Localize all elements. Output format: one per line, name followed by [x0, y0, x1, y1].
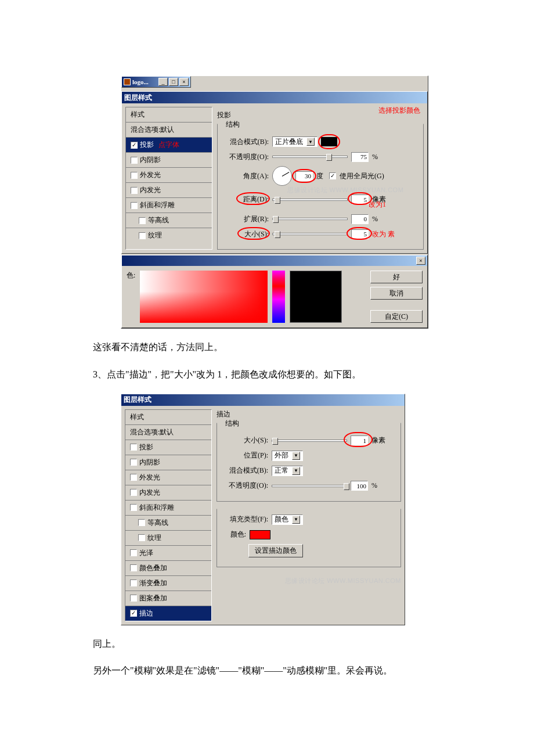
- global-light-label: 使用全局光(G): [340, 171, 384, 181]
- dialog-title: 图层样式: [124, 395, 151, 405]
- checkbox-icon[interactable]: [131, 157, 138, 164]
- annotation-click-font: 点字体: [158, 140, 179, 150]
- position-dropdown[interactable]: 外部▼: [272, 451, 303, 461]
- style-row-bevel[interactable]: 斜面和浮雕: [126, 198, 212, 213]
- blend-mode-dropdown[interactable]: 正片叠底▼: [272, 136, 317, 147]
- spread-unit: %: [372, 215, 378, 224]
- checkbox-icon[interactable]: [130, 504, 137, 511]
- doc-title: logo...: [132, 78, 149, 85]
- style-row-pattern-overlay[interactable]: 图案叠加: [125, 591, 211, 606]
- checkbox-icon[interactable]: [131, 172, 138, 179]
- style-row-blend-options[interactable]: 混合选项:默认: [126, 123, 212, 138]
- opacity-input[interactable]: 75: [351, 152, 369, 162]
- minimize-button[interactable]: _: [158, 78, 168, 86]
- style-row-inner-shadow[interactable]: 内阴影: [125, 455, 211, 470]
- checkbox-icon[interactable]: [130, 595, 137, 602]
- style-row-texture[interactable]: 纹理: [125, 531, 211, 546]
- annotation-change-to-1: 改为1: [369, 200, 386, 210]
- style-row-inner-glow[interactable]: 内发光: [126, 183, 212, 198]
- spread-slider[interactable]: [272, 218, 348, 220]
- opacity-label: 不透明度(O):: [223, 152, 269, 162]
- color-label: 颜色:: [223, 530, 246, 539]
- color-field[interactable]: [140, 271, 268, 323]
- opacity-slider[interactable]: [272, 485, 347, 487]
- shadow-color-swatch[interactable]: [321, 137, 337, 146]
- checkbox-icon[interactable]: [131, 142, 138, 149]
- checkbox-icon[interactable]: [139, 232, 146, 239]
- style-row-inner-glow[interactable]: 内发光: [125, 485, 211, 501]
- style-row-color-overlay[interactable]: 颜色叠加: [125, 561, 211, 576]
- cancel-button[interactable]: 取消: [370, 287, 423, 300]
- row-position: 位置(P): 外部▼: [223, 450, 395, 462]
- distance-label: 距离(D):: [223, 195, 269, 204]
- checkbox-icon[interactable]: [130, 610, 137, 617]
- size-slider[interactable]: [272, 233, 348, 235]
- annotation-circle-icon: [236, 192, 270, 205]
- hue-slider[interactable]: [272, 271, 285, 323]
- angle-label: 角度(A):: [223, 171, 269, 181]
- color-picker-dialog: × 色: 好 取消 自定(C): [121, 255, 428, 328]
- style-row-contour[interactable]: 等高线: [126, 213, 212, 228]
- fill-type-dropdown[interactable]: 颜色▼: [272, 514, 303, 525]
- checkbox-icon[interactable]: [131, 202, 138, 209]
- checkbox-icon[interactable]: [130, 489, 137, 496]
- set-stroke-color-button[interactable]: 设置描边颜色: [248, 544, 303, 557]
- row-distance: 距离(D): 思缘设计论坛 WWW.MISSYUAN.COM 5 像素: [223, 189, 417, 210]
- dialog-title: 图层样式: [124, 93, 152, 103]
- checkbox-icon[interactable]: [138, 534, 145, 541]
- chevron-down-icon: ▼: [292, 467, 300, 475]
- article-para-2: 3、点击"描边"，把"大小"改为 1，把颜色改成你想要的。如下图。: [93, 366, 441, 383]
- close-button[interactable]: ×: [416, 257, 425, 265]
- opacity-unit: %: [372, 153, 378, 161]
- checkbox-icon[interactable]: [131, 187, 138, 194]
- watermark-text: 思缘设计论坛 WWW.MISSYUAN.COM: [287, 186, 403, 195]
- style-row-drop-shadow[interactable]: 投影 点字体: [126, 138, 212, 153]
- style-list: 样式 混合选项:默认 投影 点字体 内阴影 外发光 内发光 斜面和浮雕 等高线 …: [125, 107, 212, 250]
- style-row-drop-shadow[interactable]: 投影: [125, 440, 211, 455]
- size-label: 大小(S):: [223, 435, 268, 445]
- global-light-checkbox[interactable]: [329, 172, 336, 179]
- row-stroke-color: 颜色:: [223, 529, 395, 541]
- size-slider[interactable]: [272, 440, 347, 442]
- checkbox-icon[interactable]: [130, 474, 137, 481]
- stroke-settings-pane: 描边 结构 大小(S): 1 像素 位置(P): 外部▼: [217, 409, 401, 621]
- blend-mode-dropdown[interactable]: 正常▼: [272, 466, 303, 476]
- row-size: 大小(S): 5 改为 素: [223, 228, 417, 240]
- ok-button[interactable]: 好: [370, 271, 423, 283]
- opacity-input[interactable]: 100: [351, 481, 368, 491]
- fill-type-label: 填充类型(F):: [223, 514, 268, 524]
- opacity-slider[interactable]: [272, 156, 348, 158]
- style-row-outer-glow[interactable]: 外发光: [125, 470, 211, 485]
- annotation-change-px: 改为 素: [372, 229, 395, 239]
- style-row-blend-options[interactable]: 混合选项:默认: [125, 425, 211, 440]
- chevron-down-icon: ▼: [292, 516, 300, 524]
- checkbox-icon[interactable]: [130, 549, 137, 556]
- style-row-contour[interactable]: 等高线: [125, 516, 211, 531]
- checkbox-icon[interactable]: [138, 519, 145, 526]
- checkbox-icon[interactable]: [130, 444, 137, 451]
- checkbox-icon[interactable]: [130, 579, 137, 586]
- style-row-texture[interactable]: 纹理: [126, 228, 212, 243]
- spread-input[interactable]: 0: [351, 214, 369, 224]
- row-opacity: 不透明度(O): 75 %: [223, 151, 417, 163]
- checkbox-icon[interactable]: [139, 217, 146, 224]
- angle-dial[interactable]: [272, 166, 292, 186]
- close-button[interactable]: ×: [179, 78, 189, 86]
- style-row-satin[interactable]: 光泽: [125, 546, 211, 561]
- layer-style-dialog: 图层样式 样式 混合选项:默认 投影 点字体 内阴影 外发光 内发光 斜面和浮雕…: [121, 91, 428, 254]
- checkbox-icon[interactable]: [130, 564, 137, 571]
- distance-slider[interactable]: [272, 199, 348, 201]
- style-row-bevel[interactable]: 斜面和浮雕: [125, 501, 211, 516]
- opacity-unit: %: [371, 481, 377, 490]
- checkbox-icon[interactable]: [130, 459, 137, 466]
- doc-mini-window: logo... _ □ ×: [121, 76, 191, 88]
- style-row-inner-shadow[interactable]: 内阴影: [126, 153, 212, 168]
- blend-mode-label: 混合模式(B):: [223, 466, 268, 476]
- stroke-color-swatch[interactable]: [250, 530, 270, 539]
- row-stroke-color-btn: 设置描边颜色: [223, 544, 395, 557]
- style-row-stroke[interactable]: 描边: [125, 606, 211, 621]
- style-row-outer-glow[interactable]: 外发光: [126, 168, 212, 183]
- custom-button[interactable]: 自定(C): [370, 310, 423, 323]
- maximize-button[interactable]: □: [169, 78, 178, 86]
- style-row-gradient-overlay[interactable]: 渐变叠加: [125, 576, 211, 591]
